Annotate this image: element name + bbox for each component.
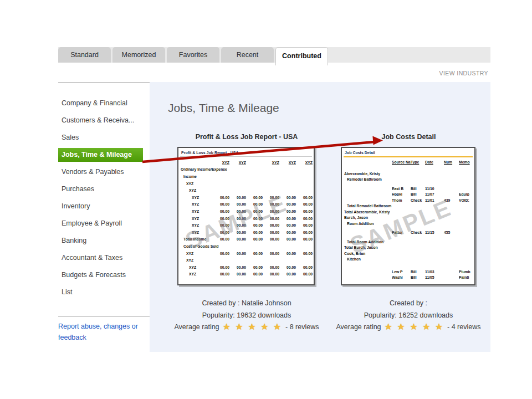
table-cell: Equip [459,192,474,196]
sidebar-item-purchases[interactable]: Purchases [58,181,143,198]
column-header: Date [425,160,444,165]
sidebar-item-banking[interactable]: Banking [58,232,143,249]
report-preview-profit-loss[interactable]: Profit & Loss Job Report - USA XYZXYZXYZ… [177,147,315,285]
table-cell: 00.00 [231,252,247,255]
table-row: PattorCheck11/15455 [344,230,472,236]
sidebar-item-customers-receiva[interactable]: Customers & Receiva... [58,112,143,129]
table-row: XYZ00.0000.0000.0000.0000.0000.00 [181,194,311,201]
table-row: Burch, Jason [344,215,472,221]
table-cell: Check [411,198,425,202]
table-row: Total Burch, Jason [344,245,472,251]
table-cell: Bill [411,275,425,279]
row-label: Total Burch, Jason [344,245,392,249]
table-cell: 00.00 [264,217,280,221]
table-row: Remodel Bathroom [344,177,472,183]
view-industry-button[interactable]: VIEW INDUSTRY [439,70,488,76]
report-tabs: StandardMemorizedFavoritesRecentContribu… [58,47,490,63]
report-title-job-costs: Job Costs Detail [341,133,477,141]
table-cell: VOID: [459,198,474,202]
sidebar-item-list[interactable]: List [58,284,143,301]
table-row: Room Addition [344,221,472,227]
page-title: Jobs, Time & Mileage [168,101,279,115]
sidebar-item-sales[interactable]: Sales [58,129,143,146]
table-cell: 00.00 [297,202,314,206]
row-label: Ordinary Income/Expense [181,167,227,171]
table-cell: 11/15 [425,231,444,234]
table-cell: Bill [411,270,425,274]
preview-header-gold-rule [344,156,473,157]
table-cell: Pattor [392,231,411,234]
table-row: Kitchen [344,257,472,263]
sidebar-item-jobs-time-mileage[interactable]: Jobs, Time & Mileage [58,148,143,162]
row-label: XYZ [181,231,214,234]
report-preview-job-costs[interactable]: Job Costs Detail Source NameTypeDateNumM… [341,147,475,285]
column-header: XYZ [214,161,231,165]
row-label: XYZ [181,188,214,192]
table-cell: Thom [392,198,411,202]
table-cell: 00.00 [264,223,280,227]
row-label: XYZ [181,209,214,213]
column-header: Memo [459,160,474,165]
report-abuse-link[interactable]: Report abuse, changes or feedback [58,321,144,343]
table-cell: 00.00 [297,237,314,241]
table-cell: 00.00 [247,196,264,200]
column-header: XYZ [231,161,247,165]
table-cell: 00.00 [214,223,231,227]
table-row: HopkiBill11/07Equip [344,192,472,198]
table-cell: 00.00 [264,196,280,200]
sidebar-item-company-financial[interactable]: Company & Financial [58,95,143,112]
table-row: Cost of Goods Sold [181,243,311,250]
row-label: XYZ [181,196,214,200]
sidebar-divider [58,316,150,316]
table-cell: Lew P [392,270,411,274]
column-header: Source Name [392,160,411,165]
table-cell: 00.00 [280,202,297,206]
table-row: XYZ00.0000.0000.0000.0000.0000.00 [181,271,311,278]
row-label: Remodel Bathroom [344,177,392,181]
table-cell: 00.00 [280,209,297,213]
sidebar-item-vendors-payables[interactable]: Vendors & Payables [58,163,143,181]
table-row: XYZ00.0000.0000.0000.0000.0000.00 [181,222,311,229]
row-label: Total Room Addition [344,240,392,244]
table-cell: 00.00 [247,217,264,221]
sidebar-item-budgets-forecasts[interactable]: Budgets & Forecasts [58,267,143,284]
table-row: Total Remodel Bathroom [344,203,472,209]
table-row: XYZ00.0000.0000.0000.0000.0000.00 [181,264,311,271]
preview-header-rule [180,156,312,157]
table-row: Total Abercrombie, Kristy [344,209,472,215]
row-label: Cook, Brian [344,252,392,255]
sidebar-item-employee-payroll[interactable]: Employee & Payroll [58,215,143,232]
tab-favorites[interactable]: Favorites [167,47,219,63]
table-row: XYZ [181,180,311,187]
rating-label: Average rating [174,323,219,331]
sidebar-item-accountant-taxes[interactable]: Accountant & Taxes [58,249,143,267]
tab-recent[interactable]: Recent [221,47,274,63]
tab-standard[interactable]: Standard [58,47,111,63]
review-count: - 8 reviews [285,323,319,331]
table-row: ThomCheck11/01439VOID: [344,197,472,203]
table-cell: Check [411,231,425,234]
sidebar-item-inventory[interactable]: Inventory [58,198,143,215]
row-label: Total Abercrombie, Kristy [344,210,392,214]
tab-memorized[interactable]: Memorized [112,47,165,63]
table-row: XYZ00.0000.0000.0000.0000.0000.00 [181,215,311,222]
row-label: Total Income [181,237,214,241]
row-label: Burch, Jason [344,216,392,219]
row-label: XYZ [181,202,214,206]
table-row: Total Income00.0000.0000.0000.0000.0000.… [181,236,311,243]
table-row: XYZ00.0000.0000.0000.0000.0000.00 [181,250,311,257]
table-cell: 00.00 [280,217,297,221]
tab-contributed[interactable]: Contributed [275,47,328,65]
table-row: Income [181,173,311,180]
table-cell: 00.00 [231,231,247,234]
table-cell: 00.00 [214,231,231,234]
table-cell: 00.00 [280,196,297,200]
table-cell: 11/10 [425,187,444,191]
table-cell: 00.00 [231,223,247,227]
rating-row-left: Average rating ★ ★ ★ ★ ★ - 8 reviews [169,323,324,331]
column-header: XYZ [264,161,280,165]
table-cell: 00.00 [297,217,314,221]
table-row: Cook, Brian [344,250,472,257]
row-label: XYZ [181,265,214,269]
table-cell: 00.00 [247,272,264,276]
